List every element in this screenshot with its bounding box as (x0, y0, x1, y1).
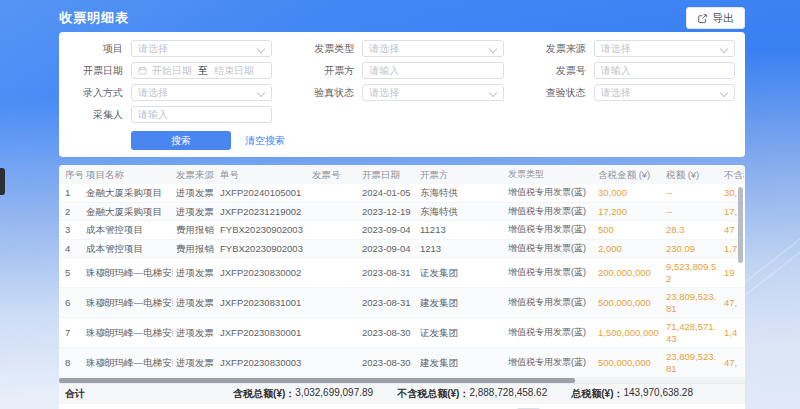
cell-order_no: JXFP20231219002 (217, 203, 309, 221)
cell-net_clipped: 47, (721, 294, 744, 312)
invoice-date-range-picker[interactable]: 开始日期 至 结束日期 (131, 62, 272, 79)
column-header-net_clipped: 不含税金额 (¥) (721, 165, 744, 184)
cell-source: 进项发票 (173, 294, 217, 312)
total-with-tax: 含税总额(¥)： 3,032,699,097.89 (233, 387, 373, 401)
vertical-scrollbar-thumb[interactable] (738, 187, 743, 263)
start-date-placeholder: 开始日期 (152, 64, 192, 78)
cell-issuer: 证发集团 (417, 264, 505, 282)
cell-amount_with_tax: 200,000,000 (595, 264, 663, 282)
cell-project: 金融大厦采购项目 (83, 203, 173, 221)
cell-net_clipped: 47, (721, 354, 744, 372)
cell-type: 增值税专用发票(蓝) (505, 354, 595, 372)
filter-check-status-label: 查验状态 (530, 86, 586, 100)
cell-seq: 1 (59, 184, 83, 202)
table-row: 1金融大厦采购项目进项发票JXFP202401050012024-01-05东海… (59, 184, 745, 203)
total-tax: 总税额(¥)： 143,970,638.28 (571, 387, 693, 401)
collector-input[interactable]: 请输入 (131, 106, 272, 123)
clear-search-link[interactable]: 清空搜索 (245, 134, 285, 148)
invoice-source-select[interactable]: 请选择 (594, 40, 735, 57)
page-header: 收票明细表 导出 (59, 6, 745, 30)
total-without-tax: 不含税总额(¥)： 2,888,728,458.62 (397, 387, 547, 401)
horizontal-scrollbar-thumb[interactable] (59, 378, 575, 383)
filter-panel: 项目 请选择 发票类型 请选择 发票来源 请选择 (59, 32, 745, 157)
cell-invoice_no (309, 360, 359, 366)
table-row: 8珠穆朗玛峰—电梯安装进项发票JXFP202308300032023-08-30… (59, 348, 745, 378)
cell-tax: 28.3 (663, 221, 721, 239)
totals-row: 合计 含税总额(¥)： 3,032,699,097.89 不含税总额(¥)： 2… (59, 383, 745, 404)
filter-check-status: 查验状态 请选择 (530, 84, 735, 101)
filter-verify-status: 验真状态 请选择 (298, 84, 503, 101)
chevron-down-icon (721, 45, 728, 52)
main-content: 收票明细表 导出 项目 请选择 发票类型 (59, 6, 745, 409)
invoice-no-input[interactable]: 请输入 (594, 62, 735, 79)
chevron-down-icon (258, 45, 265, 52)
cell-issuer: 11213 (417, 221, 505, 239)
cell-type: 增值税专用发票(蓝) (505, 221, 595, 239)
cell-tax: -- (663, 203, 721, 221)
cell-tax: 230.09 (663, 240, 721, 258)
cell-invoice_no (309, 208, 359, 214)
search-button[interactable]: 搜索 (131, 131, 231, 150)
table-row: 5珠穆朗玛峰—电梯安装进项发票JXFP202308300022023-08-31… (59, 258, 745, 288)
chevron-down-icon (490, 45, 497, 52)
cell-seq: 2 (59, 203, 83, 221)
column-header-order_no: 单号 (217, 165, 309, 184)
cell-invoice_no (309, 190, 359, 196)
cell-amount_with_tax: 17,200 (595, 203, 663, 221)
export-icon (697, 13, 708, 24)
entry-method-select-placeholder: 请选择 (138, 86, 258, 100)
cell-issuer: 建发集团 (417, 294, 505, 312)
entry-method-select[interactable]: 请选择 (131, 84, 272, 101)
filter-verify-status-label: 验真状态 (298, 86, 354, 100)
invoice-type-select[interactable]: 请选择 (362, 40, 503, 57)
table-row: 2金融大厦采购项目进项发票JXFP202312190022023-12-19东海… (59, 203, 745, 222)
project-select[interactable]: 请选择 (131, 40, 272, 57)
check-status-select[interactable]: 请选择 (594, 84, 735, 101)
cell-tax: 71,428,571.43 (663, 318, 721, 347)
cell-order_no: JXFP20230830003 (217, 354, 309, 372)
cell-tax: 9,523,809.52 (663, 258, 721, 287)
table-row: 3成本管控项目费用报销FYBX202309020032023-09-041121… (59, 221, 745, 240)
column-header-source: 发票来源 (173, 165, 217, 184)
filter-collector: 采集人 请输入 (67, 106, 272, 123)
calendar-icon (138, 66, 147, 75)
total-tax-value: 143,970,638.28 (623, 387, 693, 401)
filter-entry-method: 录入方式 请选择 (67, 84, 272, 101)
cell-amount_with_tax: 500,000,000 (595, 354, 663, 372)
collector-input-placeholder: 请输入 (138, 108, 265, 122)
cell-amount_with_tax: 30,000 (595, 184, 663, 202)
cell-project: 成本管控项目 (83, 240, 173, 258)
cell-type: 增值税专用发票(蓝) (505, 264, 595, 282)
cell-source: 费用报销 (173, 240, 217, 258)
verify-status-select[interactable]: 请选择 (362, 84, 503, 101)
cell-order_no: FYBX20230902003 (217, 240, 309, 258)
column-header-issuer: 开票方 (417, 165, 505, 184)
cell-source: 进项发票 (173, 184, 217, 202)
date-range-separator: 至 (198, 64, 208, 78)
cell-invoice_no (309, 330, 359, 336)
chevron-down-icon (721, 89, 728, 96)
horizontal-scrollbar-track[interactable] (59, 378, 745, 383)
filter-invoice-date: 开票日期 开始日期 至 结束日期 (67, 62, 272, 79)
invoice-type-select-placeholder: 请选择 (369, 42, 489, 56)
cell-tax: 23,809,523.81 (663, 348, 721, 377)
chevron-down-icon (490, 89, 497, 96)
column-header-tax: 税额 (¥) (663, 165, 721, 184)
cell-date: 2023-08-31 (359, 294, 417, 312)
cell-type: 增值税专用发票(蓝) (505, 184, 595, 202)
filter-project: 项目 请选择 (67, 40, 272, 57)
export-button[interactable]: 导出 (686, 7, 745, 29)
total-without-tax-label: 不含税总额(¥)： (397, 387, 469, 401)
cell-date: 2023-09-04 (359, 240, 417, 258)
cell-amount_with_tax: 1,500,000,000 (595, 324, 663, 342)
cell-date: 2023-08-31 (359, 264, 417, 282)
issuer-input[interactable]: 请输入 (362, 62, 503, 79)
filter-invoice-source: 发票来源 请选择 (530, 40, 735, 57)
filter-invoice-type: 发票类型 请选择 (298, 40, 503, 57)
left-edge-drawer-handle[interactable] (0, 168, 5, 195)
cell-project: 珠穆朗玛峰—电梯安装 (83, 264, 173, 282)
total-without-tax-value: 2,888,728,458.62 (469, 387, 547, 401)
cell-source: 进项发票 (173, 324, 217, 342)
cell-date: 2023-08-30 (359, 324, 417, 342)
cell-seq: 8 (59, 354, 83, 372)
